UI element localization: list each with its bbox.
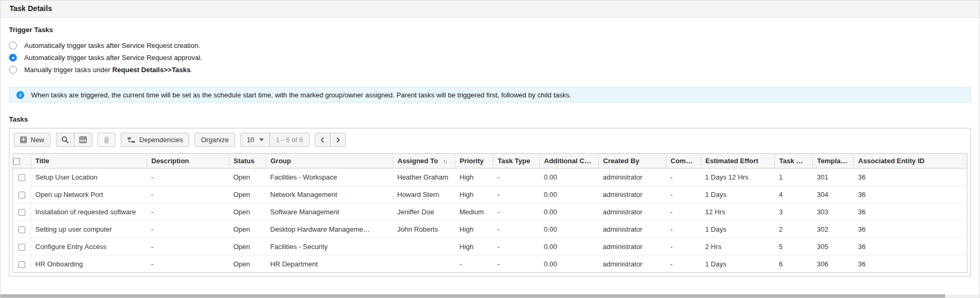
cell-priority: High	[455, 168, 493, 186]
cell-task_order: 4	[775, 186, 813, 203]
chevron-left-icon	[320, 137, 325, 143]
horizontal-scrollbar-thumb[interactable]	[1, 294, 945, 297]
cell-created_by: administrator	[599, 221, 666, 238]
organize-button[interactable]: Organize	[195, 133, 235, 147]
cell-assigned_to: Heather Graham	[393, 168, 455, 186]
table-row[interactable]: Open up Network Port-OpenNetwork Managem…	[13, 186, 967, 203]
cell-template: 303	[813, 203, 854, 221]
table-row[interactable]: Installation of requested software-OpenS…	[13, 203, 967, 221]
delete-button	[98, 133, 115, 147]
column-header-template[interactable]: Templa…	[813, 154, 854, 168]
column-header-created_by[interactable]: Created By	[599, 154, 666, 168]
trigger-option-3[interactable]: Manually trigger tasks under Request Det…	[9, 64, 971, 76]
table-row[interactable]: Configure Entry Access-OpenFacilities - …	[13, 238, 967, 255]
cell-priority: High	[455, 186, 493, 203]
column-header-associated_entity_id[interactable]: Associated Entity ID	[854, 154, 967, 168]
trigger-option-label: Automatically trigger tasks after Servic…	[24, 42, 200, 49]
row-checkbox[interactable]	[18, 192, 25, 198]
page-size-dropdown[interactable]: 10	[240, 133, 270, 147]
row-checkbox[interactable]	[18, 226, 25, 233]
column-header-task_type[interactable]: Task Type	[493, 154, 540, 168]
column-header-priority[interactable]: Priority	[455, 154, 493, 168]
cell-task_order: 5	[775, 238, 813, 255]
cell-associated_entity_id: 36	[854, 255, 967, 273]
search-grid-group	[56, 133, 92, 147]
column-header-task_order[interactable]: Task …	[775, 154, 813, 168]
cell-created_by: administrator	[599, 238, 666, 255]
trigger-option-label: Automatically trigger tasks after Servic…	[24, 54, 202, 62]
column-header-description[interactable]: Description	[147, 154, 229, 168]
column-header-label: Task Type	[498, 157, 530, 165]
cell-associated_entity_id: 36	[854, 238, 967, 255]
row-checkbox[interactable]	[18, 209, 25, 216]
select-all-checkbox[interactable]	[13, 158, 20, 165]
search-button[interactable]	[56, 133, 74, 147]
cell-template: 305	[813, 238, 854, 255]
trash-icon	[103, 136, 110, 144]
column-header-estimated_effort[interactable]: Estimated Effort	[701, 154, 775, 168]
table-row[interactable]: Setup User Location-OpenFacilities - Wor…	[13, 168, 967, 186]
column-header-comments[interactable]: Com…	[666, 154, 701, 168]
tasks-section-label: Tasks	[9, 115, 971, 123]
prev-page-button[interactable]	[315, 133, 331, 147]
cell-associated_entity_id: 36	[854, 186, 967, 203]
row-checkbox[interactable]	[18, 244, 25, 251]
trigger-tasks-label: Trigger Tasks	[9, 18, 971, 34]
column-settings-button[interactable]	[74, 133, 92, 147]
column-grid-icon	[79, 136, 87, 144]
column-header-label: Com…	[671, 157, 693, 165]
cell-assigned_to: Howard Stern	[393, 186, 455, 203]
cell-title: Setting up user computer	[31, 221, 147, 238]
cell-description: -	[147, 238, 229, 255]
table-row[interactable]: Setting up user computer-OpenDesktop Har…	[13, 221, 967, 238]
cell-task_type: -	[493, 168, 540, 186]
cell-priority: High	[455, 238, 493, 255]
cell-additional_cost: 0.00	[540, 203, 599, 221]
cell-task_type: -	[493, 238, 540, 255]
table-row[interactable]: HR Onboarding-OpenHR Department--0.00adm…	[13, 255, 967, 273]
sort-icon[interactable]: ↑↓	[443, 158, 447, 164]
cell-comments: -	[666, 168, 701, 186]
column-header-group[interactable]: Group	[266, 154, 393, 168]
cell-template: 301	[813, 168, 854, 186]
cell-template: 304	[813, 186, 854, 203]
cell-additional_cost: 0.00	[540, 221, 599, 238]
radio-unselected-icon[interactable]	[9, 66, 17, 74]
cell-comments: -	[666, 238, 701, 255]
dependencies-button-label: Dependencies	[139, 136, 183, 144]
row-select-cell	[13, 186, 31, 203]
page-title: Task Details	[9, 4, 52, 13]
new-task-button-label: New	[31, 136, 44, 144]
cell-additional_cost: 0.00	[540, 238, 599, 255]
next-page-button[interactable]	[330, 133, 346, 147]
info-banner-text: When tasks are triggered, the current ti…	[31, 91, 571, 99]
dependencies-button[interactable]: Dependencies	[121, 133, 189, 147]
column-header-label: Description	[151, 157, 189, 165]
trigger-option-2[interactable]: Automatically trigger tasks after Servic…	[9, 52, 971, 64]
column-header-label: Title	[35, 157, 50, 165]
row-checkbox[interactable]	[18, 261, 25, 268]
row-checkbox[interactable]	[18, 174, 25, 181]
horizontal-scrollbar[interactable]	[1, 294, 979, 297]
cell-task_type: -	[493, 186, 540, 203]
radio-unselected-icon[interactable]	[9, 42, 17, 49]
column-header-label: Templa…	[817, 157, 848, 165]
radio-selected-icon[interactable]	[9, 54, 17, 62]
cell-created_by: administrator	[599, 255, 666, 273]
cell-description: -	[147, 168, 229, 186]
new-task-button[interactable]: + New	[14, 133, 51, 147]
cell-comments: -	[666, 255, 701, 273]
cell-title: Configure Entry Access	[31, 238, 147, 255]
trigger-option-1[interactable]: Automatically trigger tasks after Servic…	[9, 39, 971, 52]
column-header-additional_cost[interactable]: Additional C…	[540, 154, 599, 168]
cell-assigned_to	[393, 238, 455, 255]
page-size-value: 10	[247, 136, 254, 144]
column-header-assigned_to[interactable]: Assigned To↑↓	[393, 154, 455, 168]
row-select-cell	[13, 168, 31, 186]
cell-estimated_effort: 2 Hrs	[701, 238, 775, 255]
cell-associated_entity_id: 36	[854, 168, 967, 186]
column-header-title[interactable]: Title	[31, 154, 147, 168]
cell-assigned_to: John Roberts	[393, 221, 455, 238]
column-header-status[interactable]: Status	[229, 154, 266, 168]
task-details-page: Task Details Trigger Tasks Automatically…	[0, 0, 980, 298]
